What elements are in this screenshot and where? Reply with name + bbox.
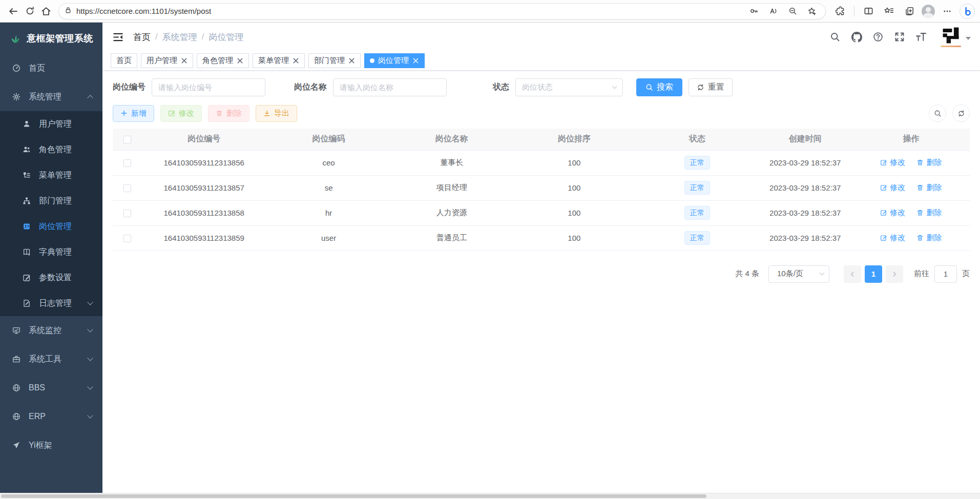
address-bar[interactable]: https://ccnetcore.com:1101/system/post [58,3,826,19]
header-search-icon[interactable] [828,30,842,44]
tab-user-mgmt[interactable]: 用户管理 [141,53,193,68]
extensions-icon[interactable] [832,3,848,19]
row-checkbox[interactable] [123,159,131,167]
browser-home-button[interactable] [38,3,54,19]
sidebar-item-user-mgmt[interactable]: 用户管理 [0,111,102,137]
add-favorite-icon[interactable] [804,3,820,19]
cell-post-name: 普通员工 [391,225,512,251]
add-button[interactable]: 新增 [113,105,154,122]
toggle-search-button[interactable] [929,105,946,122]
sidebar-item-erp[interactable]: ERP [0,402,102,431]
sidebar-item-bbs[interactable]: BBS [0,373,102,402]
breadcrumb-system-mgmt[interactable]: 系统管理 [162,31,197,43]
tab-close-icon[interactable] [181,57,187,64]
status-select[interactable]: 岗位状态 [515,78,623,96]
tab-role-mgmt[interactable]: 角色管理 [197,53,249,68]
sidebar-item-post-mgmt[interactable]: 岗位管理 [0,214,102,239]
tab-close-icon[interactable] [293,57,299,64]
sidebar-item-yi-framework[interactable]: Yi框架 [0,431,102,460]
horizontal-scrollbar[interactable] [0,493,980,499]
delete-button[interactable]: 删除 [208,105,249,122]
page-size-select[interactable]: 10条/页 [768,265,829,283]
zoom-out-icon[interactable] [784,3,801,19]
sidebar-item-home[interactable]: 首页 [0,54,102,82]
row-delete-button[interactable]: 删除 [916,183,942,193]
horizontal-scrollbar-thumb[interactable] [1,494,706,498]
row-checkbox[interactable] [123,235,131,242]
sidebar-item-param-settings[interactable]: 参数设置 [0,265,102,290]
cell-post-id: 1641030593112313859 [142,225,266,251]
sidebar-item-log-mgmt[interactable]: 日志管理 [0,290,102,316]
cell-post-id: 1641030593112313858 [142,200,266,225]
page-number-button[interactable]: 1 [865,265,882,283]
bing-chat-icon[interactable] [960,4,975,19]
sidebar-item-dept-mgmt[interactable]: 部门管理 [0,188,102,214]
tab-menu-mgmt[interactable]: 菜单管理 [253,53,305,68]
sidebar-toggle-button[interactable] [111,30,125,44]
profile-caret-icon[interactable] [966,37,971,40]
url-text[interactable]: https://ccnetcore.com:1101/system/post [76,7,745,15]
row-checkbox[interactable] [123,210,131,217]
favorites-icon[interactable] [881,3,897,19]
help-icon[interactable] [871,30,885,44]
edit-button[interactable]: 修改 [160,105,202,122]
site-lock-icon[interactable] [64,6,72,16]
chevron-down-icon [87,412,93,418]
row-edit-label: 修改 [890,208,905,218]
edit-button-label: 修改 [179,109,194,118]
font-size-icon[interactable] [914,30,928,44]
github-icon[interactable] [850,30,863,44]
book-icon [23,248,31,256]
sidebar-item-system-tools[interactable]: 系统工具 [0,345,102,373]
read-aloud-icon[interactable] [765,3,781,19]
row-edit-label: 修改 [890,233,905,243]
gear-icon [12,93,20,101]
browser-profile-avatar[interactable] [922,5,935,18]
row-edit-button[interactable]: 修改 [880,158,905,168]
select-all-checkbox[interactable] [123,136,131,143]
refresh-table-button[interactable] [952,105,970,122]
reset-button[interactable]: 重置 [689,78,733,96]
row-checkbox[interactable] [123,184,131,192]
search-button[interactable]: 搜索 [636,78,682,96]
post-code-input[interactable] [152,78,265,96]
user-profile[interactable] [940,26,971,48]
prev-page-button[interactable] [844,265,861,283]
sidebar-item-dict-mgmt[interactable]: 字典管理 [0,239,102,265]
browser-toolbar: https://ccnetcore.com:1101/system/post [0,0,980,23]
row-edit-button[interactable]: 修改 [880,233,905,243]
tab-close-icon[interactable] [412,57,419,64]
breadcrumb-home[interactable]: 首页 [133,31,151,43]
post-name-input[interactable] [333,78,447,96]
row-edit-button[interactable]: 修改 [880,208,905,218]
row-edit-button[interactable]: 修改 [880,183,905,193]
password-key-icon[interactable] [745,3,762,19]
tab-close-icon[interactable] [348,57,355,64]
browser-back-button[interactable] [5,3,22,19]
export-button[interactable]: 导出 [256,105,297,122]
sidebar-item-role-mgmt[interactable]: 角色管理 [0,137,102,162]
browser-menu-icon[interactable] [939,3,955,19]
cell-post-sort: 100 [512,150,637,175]
toolbar-divider [854,6,854,16]
browser-refresh-button[interactable] [22,3,38,19]
chevron-down-icon [820,271,825,276]
tab-post-mgmt[interactable]: 岗位管理 [364,53,425,68]
goto-page-input[interactable] [934,265,957,283]
row-delete-button[interactable]: 删除 [916,233,942,243]
split-screen-icon[interactable] [860,3,877,19]
collections-icon[interactable] [901,3,918,19]
fullscreen-icon[interactable] [893,30,906,44]
cell-post-name: 人力资源 [391,200,512,225]
row-delete-button[interactable]: 删除 [916,158,942,168]
row-delete-button[interactable]: 删除 [916,208,942,218]
next-page-button[interactable] [886,265,903,283]
status-badge: 正常 [684,156,710,170]
status-badge: 正常 [684,181,710,195]
sidebar-item-system-mgmt[interactable]: 系统管理 [0,82,102,111]
sidebar-item-menu-mgmt[interactable]: 菜单管理 [0,162,102,188]
sidebar-item-system-monitor[interactable]: 系统监控 [0,316,102,345]
tab-close-icon[interactable] [237,57,243,64]
tab-dept-mgmt[interactable]: 部门管理 [308,53,361,68]
tab-home[interactable]: 首页 [111,53,137,68]
